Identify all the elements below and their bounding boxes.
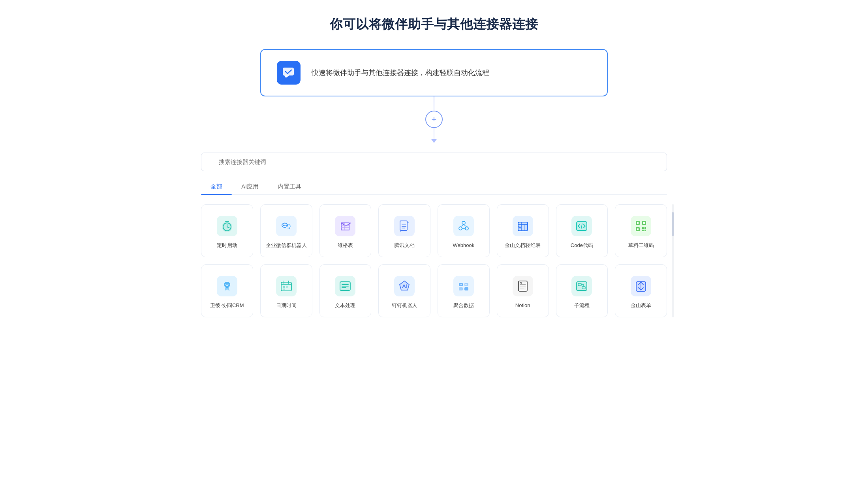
svg-text:T: T [400,229,402,232]
jinshanform-label: 金山表单 [631,302,651,309]
search-wrapper [201,153,667,171]
code-icon [571,216,592,236]
notion-label: Notion [515,302,530,309]
svg-rect-38 [637,228,639,230]
date-icon [276,276,297,296]
juhe-label: 聚合数据 [453,302,474,309]
svg-point-21 [459,227,462,230]
wechat-group-icon [276,216,297,236]
svg-rect-37 [643,222,645,224]
chat-check-icon [282,66,295,79]
tabs-area: 全部 AI应用 内置工具 [201,179,667,195]
flow-line-top [434,96,434,111]
txdoc-label: 腾讯文档 [394,242,415,249]
connector-card-jinshan[interactable]: W 金山文档轻维表 [497,204,549,257]
add-connector-button[interactable]: + [425,111,443,128]
svg-rect-60 [459,287,463,290]
connector-card-weiban[interactable]: W 卫彼·协同CRM [201,264,253,317]
webhook-icon [453,216,474,236]
text-icon [335,276,355,296]
search-input[interactable] [201,153,667,171]
svg-point-10 [284,225,286,226]
search-area [201,153,667,171]
svg-text:J+: J+ [460,283,462,286]
svg-point-22 [465,227,468,230]
txdoc-icon: T [394,216,415,236]
jinshan-label: 金山文档轻维表 [505,242,541,249]
svg-rect-69 [577,282,587,290]
banner-text: 快速将微伴助手与其他连接器连接，构建轻联自动化流程 [312,68,489,77]
svg-rect-41 [642,230,644,231]
scrollbar-thumb[interactable] [672,212,674,236]
svg-point-9 [283,225,284,226]
connector-card-code[interactable]: Code代码 [556,204,608,257]
svg-rect-49 [286,286,288,288]
wechat-group-label: 企业微信群机器人 [266,242,307,249]
connector-card-timer[interactable]: 定时启动 [201,204,253,257]
connector-card-wechat-group[interactable]: 企业微信群机器人 [260,204,312,257]
connector-card-date[interactable]: 日期时间 [260,264,312,317]
caomao-icon [631,216,651,236]
code-label: Code代码 [571,242,593,249]
scrollbar-track [672,204,674,317]
svg-rect-61 [464,287,468,290]
svg-text:W: W [225,283,229,287]
connector-card-jinshanform[interactable]: 金山表单 [615,264,667,317]
juhe-icon: J+ H [453,276,474,296]
timer-icon [217,216,237,236]
svg-rect-48 [283,286,285,288]
connector-card-notion[interactable]: N Notion [497,264,549,317]
connector-card-juhe[interactable]: J+ H 聚合数据 [438,264,490,317]
connector-banner: 快速将微伴助手与其他连接器连接，构建轻联自动化流程 [260,49,608,96]
svg-rect-36 [637,222,639,224]
connector-card-caomao[interactable]: 草料二维码 [615,204,667,257]
jinshan-icon: W [513,216,533,236]
flow-arrow [431,139,437,143]
svg-point-11 [286,225,287,226]
svg-rect-0 [283,68,294,75]
connector-card-subflow[interactable]: 子流程 [556,264,608,317]
text-label: 文本处理 [335,302,355,309]
svg-text:V: V [343,222,344,225]
svg-point-23 [462,221,465,224]
connector-card-text[interactable]: 文本处理 [319,264,372,317]
banner-icon [277,61,301,85]
svg-rect-40 [644,227,646,229]
flow-area: + [24,96,844,143]
notion-icon: N [513,276,533,296]
svg-text:N: N [520,281,522,284]
connector-card-webhook[interactable]: Webhook [438,204,490,257]
connector-card-dingding[interactable]: 钉钉机器人 [378,264,430,317]
weige-label: 维格表 [338,242,353,249]
svg-rect-42 [644,230,646,231]
caomao-label: 草料二维码 [628,242,654,249]
page-title: 你可以将微伴助手与其他连接器连接 [24,16,844,33]
connector-grid: 定时启动 企业微信群机器人 [201,204,667,317]
svg-text:H: H [465,283,467,286]
dingding-icon [394,276,415,296]
connector-card-weige[interactable]: V 维格表 [319,204,372,257]
tab-builtin[interactable]: 内置工具 [268,179,311,194]
tab-ai[interactable]: AI应用 [232,179,268,194]
weiban-label: 卫彼·协同CRM [210,302,244,309]
subflow-icon [571,276,592,296]
webhook-label: Webhook [453,242,475,249]
svg-rect-39 [642,227,644,229]
svg-text:W: W [519,226,521,229]
dingding-label: 钉钉机器人 [392,302,417,309]
connector-card-txdoc[interactable]: T 腾讯文档 [378,204,430,257]
flow-line-bottom [434,128,434,139]
svg-rect-50 [283,288,285,290]
tab-all[interactable]: 全部 [201,179,232,194]
subflow-label: 子流程 [574,302,590,309]
weige-icon: V [335,216,355,236]
weiban-icon: W [217,276,237,296]
timer-label: 定时启动 [217,242,237,249]
grid-wrapper: 定时启动 企业微信群机器人 [201,204,667,317]
date-label: 日期时间 [276,302,297,309]
jinshanform-icon [631,276,651,296]
